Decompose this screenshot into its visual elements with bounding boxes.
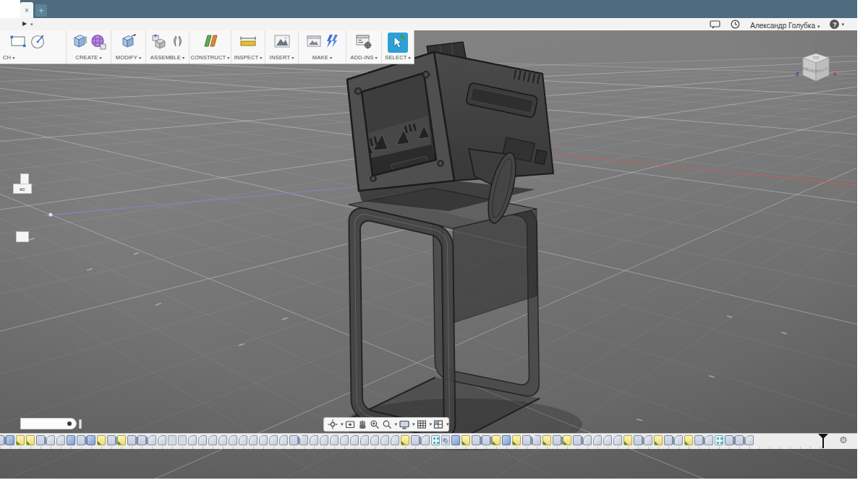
timeline-feature-m[interactable] [715,435,723,445]
data-panel-caret[interactable]: ▾ [30,22,33,27]
browser-label-fragment[interactable]: кс [13,184,32,194]
timeline-feature-f[interactable] [198,435,207,445]
timeline-feature-f[interactable] [188,435,197,445]
timeline-feature-f[interactable] [208,435,217,445]
assemble-menu[interactable]: ASSEMBLE▾ [150,54,184,61]
timeline-feature-s[interactable] [492,435,501,445]
rectangle-tool-button[interactable] [9,32,27,53]
timeline-feature-s[interactable] [26,435,35,445]
timeline-feature-t[interactable] [664,435,673,445]
press-pull-button[interactable] [119,32,138,53]
viewports-caret[interactable]: ▾ [446,421,449,427]
timeline-feature-c[interactable] [299,435,308,445]
timeline-feature-t[interactable] [127,435,136,445]
model-enclosure[interactable] [347,42,553,226]
timeline-feature-f[interactable] [391,435,399,445]
timeline-feature-t[interactable] [573,435,582,445]
feedback-button[interactable] [710,20,720,29]
sketch-menu[interactable]: CH▾ [3,54,14,61]
timeline-feature-s[interactable] [16,435,25,445]
inspect-menu[interactable]: INSPECT▾ [234,54,262,61]
timeline-feature-s[interactable] [512,435,521,445]
timeline-feature-f[interactable] [259,435,268,445]
timeline-feature-t[interactable] [137,435,146,445]
timeline-feature-s[interactable] [654,435,663,445]
create-menu[interactable]: CREATE▾ [75,54,101,61]
timeline-feature-f[interactable] [705,435,713,445]
timeline-feature-f[interactable] [350,435,359,445]
timeline-feature-t[interactable] [472,435,480,445]
timeline-feature-t[interactable] [634,435,642,445]
timeline-feature-f[interactable] [269,435,278,445]
grid-settings-caret[interactable]: ▾ [430,421,433,427]
model-lower-frame[interactable] [349,188,540,442]
timeline-feature-f[interactable] [279,435,288,445]
timeline-feature-f[interactable] [320,435,328,445]
timeline-feature-f[interactable] [593,435,602,445]
make-menu[interactable]: MAKE▾ [312,54,332,61]
timeline-feature-f[interactable] [644,435,652,445]
timeline-feature-s[interactable] [117,435,126,445]
timeline-feature-s[interactable] [542,435,551,445]
display-settings-caret[interactable]: ▾ [412,421,415,427]
timeline-feature-x[interactable] [502,435,511,445]
timeline-feature-f[interactable] [340,435,349,445]
timeline-feature-t[interactable] [77,435,85,445]
timeline-feature-f[interactable] [148,435,156,445]
timeline-feature-f[interactable] [239,435,247,445]
document-tab-close[interactable]: × [20,2,33,18]
display-settings-button[interactable]: ▾ [399,419,415,430]
timeline-feature-s[interactable] [401,435,409,445]
browser-label-fragment[interactable] [16,231,29,242]
timeline-feature-t[interactable] [735,435,744,445]
insert-canvas-button[interactable] [273,32,292,53]
timeline-feature-t[interactable] [522,435,531,445]
timeline-feature-f[interactable] [229,435,237,445]
timeline-feature-s[interactable] [563,435,571,445]
timeline-feature-t[interactable] [482,435,490,445]
timeline-feature-x[interactable] [6,435,14,445]
timeline-settings-gear-icon[interactable]: ⚙ [839,435,848,445]
timeline-feature-f[interactable] [380,435,389,445]
timeline-feature-t[interactable] [289,435,298,445]
select-tool-button[interactable] [388,33,408,53]
new-document-tab-button[interactable]: + [35,4,47,17]
3d-viewport[interactable] [0,30,857,479]
pan-button[interactable] [357,419,368,430]
job-status-button[interactable] [731,20,740,29]
scripts-addins-button[interactable] [354,32,373,53]
viewcube-top-label[interactable]: TOP [812,56,819,60]
construct-plane-button[interactable] [200,32,221,53]
timeline-feature-f[interactable] [56,435,65,445]
timeline-feature-f[interactable] [603,435,612,445]
timeline-feature-f[interactable] [310,435,318,445]
timeline-feature-t[interactable] [107,435,116,445]
timeline-feature-t[interactable] [36,435,45,445]
timeline-feature-s[interactable] [97,435,106,445]
zoom-button[interactable] [369,419,380,430]
timeline-feature-m[interactable] [431,435,440,445]
timeline-feature-f[interactable] [249,435,258,445]
help-menu[interactable]: ?▾ [830,20,844,29]
timeline-feature-j[interactable] [441,435,450,445]
construct-menu[interactable]: CONSTRUCT▾ [190,54,229,61]
look-at-button[interactable] [344,419,356,430]
measure-button[interactable] [238,32,258,53]
make-utility-button[interactable] [324,32,340,53]
timeline-feature-s[interactable] [624,435,632,445]
viewports-button[interactable]: ▾ [433,419,449,430]
make-3d-print-button[interactable] [305,32,323,53]
close-icon[interactable]: × [25,7,29,14]
insert-menu[interactable]: INSERT▾ [270,54,294,61]
timeline-feature-t[interactable] [553,435,561,445]
select-menu[interactable]: SELECT▾ [385,54,411,61]
timeline-feature-c[interactable] [532,435,541,445]
timeline-feature-t[interactable] [694,435,703,445]
browser-label-fragment[interactable] [20,174,29,184]
orbit-caret[interactable]: ▾ [341,421,344,427]
view-cube[interactable]: TOP FRONT RIGHT Z X [788,40,846,98]
timeline-feature-f[interactable] [613,435,622,445]
timeline-feature-b[interactable] [178,435,187,445]
timeline-feature-f[interactable] [583,435,592,445]
timeline-feature-f[interactable] [421,435,430,445]
